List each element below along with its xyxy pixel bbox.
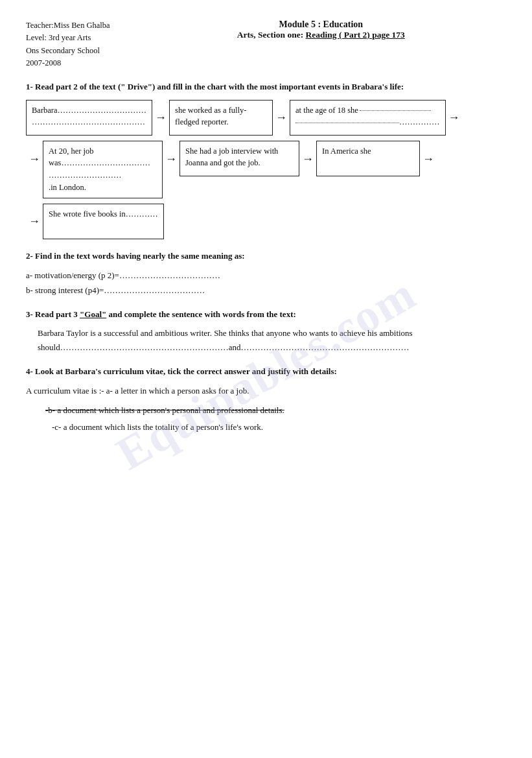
q4-title: 4- Look at Barbara's curriculum vitae, t…	[26, 366, 506, 377]
flow-row-3-wrapper: → She wrote five books in…………	[26, 204, 506, 239]
q2-a: a- motivation/energy (p 2)=………………………………	[26, 268, 506, 283]
q3-content: Barbara Taylor is a successful and ambit…	[38, 326, 506, 355]
teacher-label: Teacher:Miss Ben Ghalba	[26, 19, 110, 32]
q2-content: a- motivation/energy (p 2)=……………………………… …	[26, 268, 506, 298]
q4-option-c: -c- a document which lists the totality …	[32, 419, 506, 436]
arrow-5: →	[302, 152, 314, 166]
year-label: 2007-2008	[26, 57, 110, 69]
question-2-section: 2- Find in the text words having nearly …	[26, 251, 506, 298]
arrow-left-1: →	[29, 152, 40, 166]
flow-box-1: Barbara…………………………… ……………………………………	[26, 100, 152, 136]
section-underline: Reading ( Part 2) page 173	[306, 30, 405, 40]
flow-box-4: At 20, her job was…………………………… ……………………… …	[43, 141, 163, 198]
q3-title: 3- Read part 3 "Goal" and complete the s…	[26, 309, 506, 320]
flow-box-7: She wrote five books in…………	[43, 204, 164, 239]
flow-box-5: She had a job interview withJoanna and g…	[179, 141, 299, 176]
flow-chart: Barbara…………………………… …………………………………… → she …	[26, 100, 506, 239]
module-title: Module 5 : Education	[136, 19, 506, 30]
flow-box-6: In America she	[316, 141, 420, 176]
question-3-section: 3- Read part 3 "Goal" and complete the s…	[26, 309, 506, 355]
arrow-4: →	[165, 152, 177, 166]
arrow-2: →	[275, 111, 287, 124]
q4-intro: A curriculum vitae is :- a- a letter in …	[26, 383, 506, 399]
header-section: Teacher:Miss Ben Ghalba Level: 3rd year …	[26, 19, 506, 70]
school-label: Ons Secondary School	[26, 45, 110, 57]
question-1-section: 1- Read part 2 of the text (" Drive") an…	[26, 82, 506, 239]
q1-title: 1- Read part 2 of the text (" Drive") an…	[26, 82, 506, 92]
q4-option-b: -b- a document which lists a person's pe…	[32, 402, 506, 419]
flow-box-2: she worked as a fully-fledged reporter.	[169, 100, 273, 136]
q2-title: 2- Find in the text words having nearly …	[26, 251, 506, 261]
flow-box-3: at the age of 18 she ……………	[290, 100, 446, 136]
header-left: Teacher:Miss Ben Ghalba Level: 3rd year …	[26, 19, 110, 70]
arrow-3: →	[448, 111, 460, 124]
q2-b: b- strong interest (p4)=………………………………	[26, 283, 506, 298]
arrow-left-2: →	[29, 215, 40, 228]
question-4-section: 4- Look at Barbara's curriculum vitae, t…	[26, 366, 506, 436]
q3-underline: "Goal"	[80, 309, 106, 319]
section-title: Arts, Section one: Reading ( Part 2) pag…	[136, 30, 506, 40]
q4-options: -b- a document which lists a person's pe…	[26, 402, 506, 436]
flow-row-2-wrapper: → At 20, her job was…………………………… ………………………	[26, 141, 506, 198]
level-label: Level: 3rd year Arts	[26, 32, 110, 44]
arrow-1: →	[155, 111, 167, 124]
header-center: Module 5 : Education Arts, Section one: …	[110, 19, 506, 40]
arrow-6: →	[422, 152, 434, 166]
flow-row-1: Barbara…………………………… …………………………………… → she …	[26, 100, 506, 136]
